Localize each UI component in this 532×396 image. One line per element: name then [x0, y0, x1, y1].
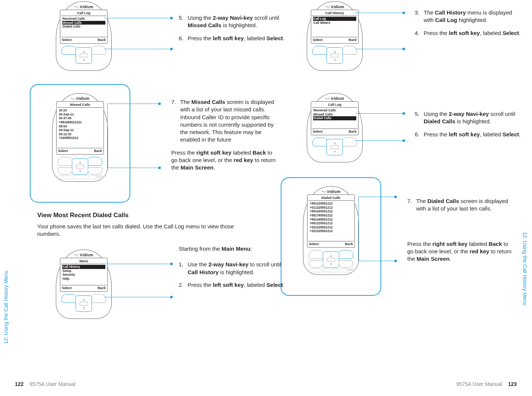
section-heading: View Most Recent Dialed Calls	[37, 212, 246, 219]
left-soft-key[interactable]	[312, 137, 328, 146]
nav-up-icon: ▵	[83, 49, 85, 53]
red-key[interactable]	[338, 260, 353, 268]
left-soft-key[interactable]	[58, 157, 73, 166]
phone-l2: iridium Missed Calls 10:2030-Sep-1100:37…	[37, 89, 123, 197]
screen-title: Missed Calls	[57, 102, 103, 108]
navi-key[interactable]: ▵▿	[326, 139, 343, 155]
right-soft-key[interactable]	[87, 157, 102, 166]
row-l2: iridium Missed Calls 10:2030-Sep-1100:37…	[37, 89, 279, 197]
page-number: 122	[15, 381, 23, 387]
phone-l3: iridium Menu Call HistorySetupSecurityHe…	[48, 250, 119, 319]
screen-body: Call HistorySetupSecurityHelp	[61, 264, 106, 285]
manual-name: 9575A User Manual	[456, 381, 502, 387]
leader-line	[107, 168, 159, 168]
row-r3: iridium Dialed Calls +881225551212+01122…	[288, 183, 515, 291]
screen-body: Received CallsMissed CallsDialed Calls	[61, 16, 106, 37]
page-right: 12: Using the Call History Menu iridium …	[266, 0, 532, 396]
right-soft-key[interactable]	[90, 46, 106, 55]
row-l3: iridium Menu Call HistorySetupSecurityHe…	[48, 250, 287, 319]
screen-body: Received CallsMissed CallsDialed Calls	[312, 108, 357, 129]
nav-down-icon: ▿	[83, 58, 85, 62]
spine-label-left: 12: Using the Call History Menu	[3, 232, 11, 344]
screen-body: Call LogCall Meters	[312, 16, 357, 37]
phone-r1: iridium Call History Call LogCall Meters…	[299, 1, 370, 71]
steps-l2: 7.The Missed Calls screen is displayed w…	[171, 98, 279, 177]
left-soft-key[interactable]	[312, 46, 328, 55]
navi-key[interactable]: ▵ ▿	[76, 47, 92, 64]
screen-title: Call Log	[61, 11, 106, 16]
screen-title: Call History	[312, 11, 357, 16]
row-l1: iridium Call Log Received CallsMissed Ca…	[48, 1, 287, 71]
steps-r1: 3.The Call History menu is displayed wit…	[415, 9, 523, 42]
manual-name: 9575A User Manual	[29, 381, 75, 387]
brand-logo: iridium	[59, 5, 108, 9]
red-key[interactable]	[87, 167, 102, 175]
softkey-back-label: Back	[98, 38, 106, 42]
note-text: Press the right soft key labeled Back to…	[171, 149, 279, 172]
screen-title: Menu	[61, 259, 106, 264]
leader-line	[107, 104, 159, 104]
spine-label-right: 12: Using the Call History Menu	[520, 232, 529, 344]
footer-left: 122 9575A User Manual	[15, 381, 75, 387]
left-soft-key[interactable]	[61, 46, 77, 55]
page-left: 12: Using the Call History Menu iridium …	[0, 0, 266, 396]
navi-key[interactable]: ▵▿	[323, 251, 339, 268]
phone-r3: iridium Dialed Calls +881225551212+01122…	[288, 183, 374, 291]
screen-body: +881225551212+011225551212+881425551212+…	[308, 201, 354, 241]
navi-key[interactable]: ▵▿	[76, 295, 92, 312]
row-r1: iridium Call History Call LogCall Meters…	[299, 1, 523, 71]
section-block: View Most Recent Dialed Calls Your phone…	[37, 212, 246, 238]
page-number: 123	[508, 381, 517, 387]
footer-right: 9575A User Manual 123	[456, 381, 517, 387]
navi-key[interactable]: ▵▿	[326, 47, 343, 64]
softkey-select-label: Select	[62, 38, 72, 42]
phone-l1: iridium Call Log Received CallsMissed Ca…	[48, 1, 119, 71]
green-key[interactable]	[58, 167, 73, 175]
right-soft-key[interactable]	[338, 250, 353, 259]
right-soft-key[interactable]	[341, 46, 357, 55]
navi-key[interactable]: ▵▿	[72, 158, 88, 175]
leader-line	[104, 18, 171, 18]
steps-r3: 7.The Dialed Calls screen is displayed w…	[407, 197, 515, 268]
leader-line	[104, 49, 171, 49]
section-paragraph: Your phone saves the last ten calls dial…	[37, 223, 246, 238]
right-soft-key[interactable]	[90, 294, 106, 303]
steps-r2: 5.Using the 2-way Navi-key scroll until …	[415, 110, 523, 143]
left-soft-key[interactable]	[61, 294, 77, 303]
phone-screen: Call Log Received CallsMissed CallsDiale…	[60, 10, 108, 44]
right-soft-key[interactable]	[341, 137, 357, 146]
screen-body: 10:2030-Sep-1100:37:45+88165551212108:54…	[57, 108, 103, 148]
note-text: Press the right soft key labeled Back to…	[407, 240, 515, 263]
left-soft-key[interactable]	[309, 250, 324, 259]
screen-title: Dialed Calls	[308, 196, 354, 201]
screen-title: Call Log	[312, 102, 357, 108]
green-key[interactable]	[309, 260, 324, 268]
row-r2: iridium Call Log Received CallsMissed Ca…	[299, 93, 523, 162]
phone-r2: iridium Call Log Received CallsMissed Ca…	[299, 93, 370, 162]
